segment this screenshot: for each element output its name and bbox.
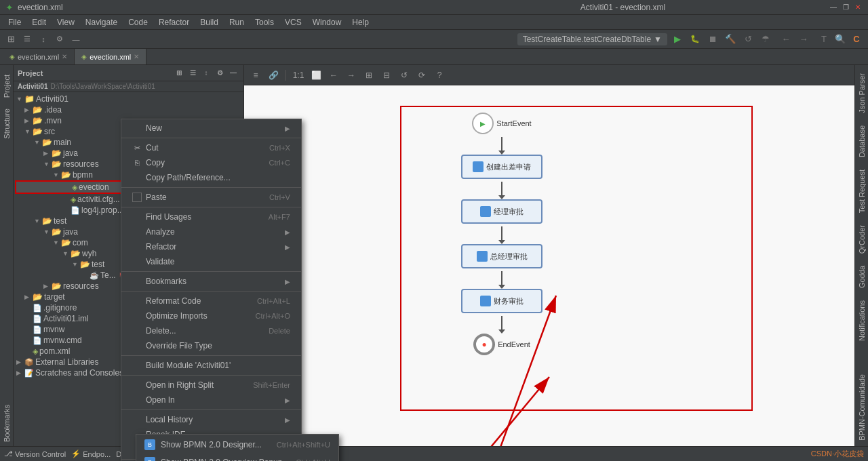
ctx-optimize-label: Optimize Imports	[146, 311, 208, 321]
ctx-local-history[interactable]: Local History ▶	[121, 412, 301, 427]
submenu-show-bpmn-overview[interactable]: B Show BPMN 2.0 Overview Popup... Ctrl+A…	[136, 454, 338, 461]
ctx-override-type[interactable]: Override File Type	[121, 338, 301, 353]
back-btn[interactable]: ←	[778, 32, 793, 47]
panel-sync-btn[interactable]: ⊞	[173, 67, 185, 79]
editor-question-btn[interactable]: ?	[432, 68, 447, 83]
version-control-tab[interactable]: ⎇ Version Control	[4, 449, 66, 458]
ctx-build[interactable]: Build Module 'Activiti01'	[121, 358, 301, 373]
menu-vcs[interactable]: VCS	[279, 16, 307, 28]
run-config-arrow: ▼	[654, 35, 662, 44]
editor-toolbar-sep1	[285, 70, 286, 81]
right-sidebar-notifications[interactable]: Notifications	[856, 295, 867, 346]
search-btn[interactable]: 🔍	[833, 32, 848, 47]
toolbar-sync-btn[interactable]: ⊞	[4, 33, 18, 46]
menu-navigate[interactable]: Navigate	[80, 16, 123, 28]
panel-sort-btn[interactable]: ↕	[200, 67, 212, 79]
maximize-btn[interactable]: ❐	[841, 3, 850, 12]
panel-close-btn[interactable]: —	[227, 67, 239, 79]
coverage-btn[interactable]: ☂	[758, 32, 773, 47]
bookmarks-tab[interactable]: Bookmarks	[1, 401, 12, 446]
toolbar-settings-btn[interactable]: ⚙	[53, 33, 66, 46]
right-sidebar-test-request[interactable]: Test Request	[856, 164, 867, 218]
tree-label: resources	[63, 159, 99, 169]
close-btn[interactable]: ✕	[853, 3, 863, 12]
menu-view[interactable]: View	[52, 16, 80, 28]
ctx-new-label: New	[146, 123, 162, 133]
right-sidebar-json-parser[interactable]: Json Parser	[856, 68, 867, 119]
ctx-optimize[interactable]: Optimize Imports Ctrl+Alt+O	[121, 308, 301, 323]
stop-btn[interactable]: ⏹	[705, 32, 720, 47]
debug-btn[interactable]: 🐛	[688, 32, 703, 47]
forward-btn[interactable]: →	[796, 32, 811, 47]
editor-align-btn[interactable]: ≡	[248, 68, 263, 83]
tab-evection-2[interactable]: ◈ evection.xml ✕	[75, 49, 146, 64]
right-sidebar-godda[interactable]: Godda	[856, 260, 867, 294]
toolbar-close-panel-btn[interactable]: —	[69, 33, 83, 46]
ctx-refactor[interactable]: Refactor ▶	[121, 239, 301, 254]
editor-fit-btn[interactable]: ⬜	[309, 68, 323, 83]
toolbar-sort-btn[interactable]: ↕	[37, 33, 50, 46]
csdn-btn[interactable]: C	[849, 32, 864, 47]
editor-1-1-btn[interactable]: 1:1	[291, 68, 306, 83]
toolbar-collapse-btn[interactable]: ☰	[20, 33, 34, 46]
menu-edit[interactable]: Edit	[26, 16, 52, 28]
reload-btn[interactable]: ↺	[741, 32, 755, 47]
ctx-refactor-icon	[132, 242, 142, 252]
menu-refactor[interactable]: Refactor	[153, 16, 195, 28]
ctx-open-in[interactable]: Open In ▶	[121, 393, 301, 407]
menu-window[interactable]: Window	[307, 16, 347, 28]
ctx-copy[interactable]: ⎘ Copy Ctrl+C	[121, 155, 301, 170]
tab-evection-1[interactable]: ◈ evection.xml ✕	[3, 49, 75, 64]
ctx-cut[interactable]: ✂ Cut Ctrl+X	[121, 140, 301, 155]
minimize-btn[interactable]: —	[829, 3, 838, 12]
project-name: Activiti01	[18, 83, 47, 90]
ctx-delete[interactable]: Delete... Delete	[121, 323, 301, 338]
right-sidebar-qrcoder[interactable]: QrCoder	[856, 220, 867, 259]
editor-zoom-in-btn[interactable]: ⊞	[361, 68, 376, 83]
panel-settings-btn[interactable]: ⚙	[214, 67, 226, 79]
menu-run[interactable]: Run	[224, 16, 250, 28]
endpoints-tab[interactable]: ⚡ Endpo...	[71, 449, 111, 458]
panel-collapse-btn[interactable]: ☰	[186, 67, 199, 79]
expand-icon: ▼	[43, 161, 50, 167]
menu-build[interactable]: Build	[195, 16, 224, 28]
ctx-find-usages[interactable]: Find Usages Alt+F7	[121, 209, 301, 224]
tree-item-idea[interactable]: ▶ 📂 .idea	[15, 104, 242, 115]
folder-icon: 📂	[52, 227, 62, 237]
run-config-selector[interactable]: TestCreateTable.testCreateDbTable ▼	[517, 33, 667, 45]
ctx-analyze[interactable]: Analyze ▶	[121, 224, 301, 239]
menu-help[interactable]: Help	[347, 16, 374, 28]
translate-btn[interactable]: T	[816, 32, 831, 47]
editor-refresh-btn[interactable]: ⟳	[414, 68, 429, 83]
run-btn[interactable]: ▶	[670, 32, 685, 47]
project-tab[interactable]: Project	[1, 71, 12, 102]
editor-rotate-btn[interactable]: ↺	[397, 68, 412, 83]
ctx-new[interactable]: New ▶	[121, 121, 301, 136]
right-sidebar-database[interactable]: Database	[856, 120, 867, 163]
ctx-copy-path[interactable]: Copy Path/Reference...	[121, 170, 301, 185]
editor-right-btn[interactable]: →	[344, 68, 359, 83]
tab-close-1[interactable]: ✕	[62, 53, 67, 60]
ctx-validate[interactable]: Validate	[121, 254, 301, 269]
ctx-open-right-label: Open in Right Split	[146, 380, 214, 390]
ctx-paste[interactable]: Paste Ctrl+V	[121, 190, 301, 205]
editor-zoom-out-btn[interactable]: ⊟	[379, 68, 394, 83]
build-btn[interactable]: 🔨	[723, 32, 738, 47]
ctx-open-right[interactable]: Open in Right Split Shift+Enter	[121, 378, 301, 393]
menu-code[interactable]: Code	[123, 16, 153, 28]
menu-tools[interactable]: Tools	[250, 16, 279, 28]
ctx-local-history-arrow: ▶	[285, 416, 290, 424]
right-sidebar-bpmn[interactable]: BPMN-Comunidade	[856, 369, 867, 446]
ctx-cut-shortcut: Ctrl+X	[258, 144, 290, 152]
editor-link-btn[interactable]: 🔗	[266, 68, 281, 83]
ctx-reformat[interactable]: Reformat Code Ctrl+Alt+L	[121, 294, 301, 308]
editor-left-btn[interactable]: ←	[326, 68, 341, 83]
structure-tab[interactable]: Structure	[1, 104, 12, 143]
arrow-3	[501, 226, 502, 240]
tree-label: Te...	[100, 270, 116, 280]
tree-item-activiti01[interactable]: ▼ 📁 Activiti01	[15, 94, 242, 104]
ctx-bookmarks[interactable]: Bookmarks ▶	[121, 274, 301, 289]
menu-file[interactable]: File	[3, 16, 26, 28]
tab-close-2[interactable]: ✕	[134, 53, 139, 60]
submenu-show-bpmn-designer[interactable]: B Show BPMN 2.0 Designer... Ctrl+Alt+Shi…	[136, 436, 338, 454]
